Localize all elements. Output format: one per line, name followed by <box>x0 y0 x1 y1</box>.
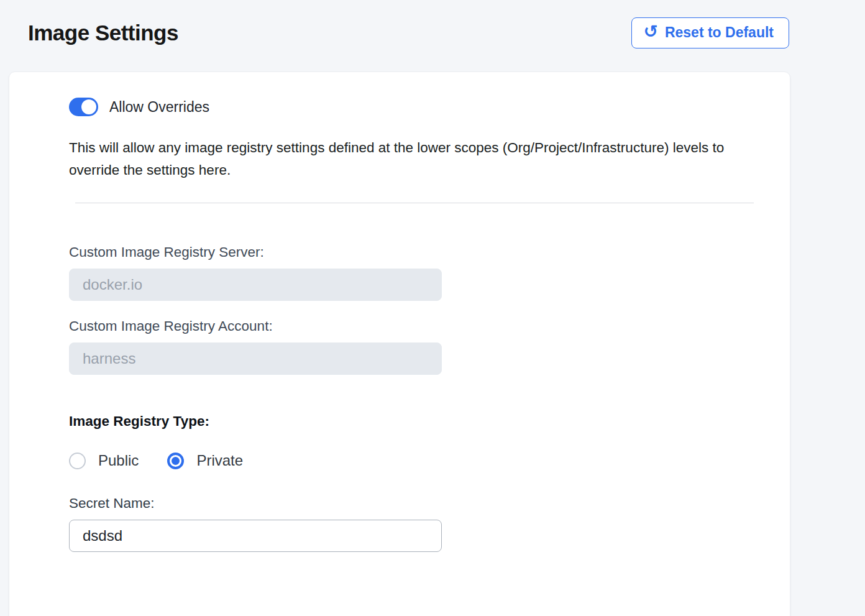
radio-private-label: Private <box>196 452 243 469</box>
registry-account-field: Custom Image Registry Account: <box>69 318 730 375</box>
toggle-knob <box>81 99 96 114</box>
registry-type-radio-group: Public Private <box>69 452 730 469</box>
allow-overrides-toggle[interactable] <box>69 98 98 116</box>
allow-overrides-label: Allow Overrides <box>109 99 209 116</box>
radio-option-private[interactable]: Private <box>167 452 243 469</box>
section-divider <box>75 203 754 203</box>
radio-public-label: Public <box>98 452 139 469</box>
reset-to-default-button[interactable]: ↺ Reset to Default <box>631 17 789 48</box>
allow-overrides-row: Allow Overrides <box>69 98 730 116</box>
radio-option-public[interactable]: Public <box>69 452 139 469</box>
registry-server-label: Custom Image Registry Server: <box>69 244 730 260</box>
secret-name-input[interactable] <box>69 520 442 552</box>
radio-public-circle[interactable] <box>69 453 86 469</box>
secret-name-label: Secret Name: <box>69 495 730 512</box>
secret-name-field: Secret Name: <box>69 495 730 552</box>
radio-private-circle[interactable] <box>167 453 184 469</box>
reset-icon: ↺ <box>643 23 657 40</box>
registry-account-input[interactable] <box>69 342 442 375</box>
registry-server-input[interactable] <box>69 269 442 301</box>
registry-account-label: Custom Image Registry Account: <box>69 318 730 334</box>
registry-server-field: Custom Image Registry Server: <box>69 244 730 301</box>
reset-button-label: Reset to Default <box>665 24 774 41</box>
image-settings-panel: Allow Overrides This will allow any imag… <box>9 71 790 616</box>
registry-type-label: Image Registry Type: <box>69 413 730 430</box>
override-description: This will allow any image registry setti… <box>69 137 730 181</box>
page-title: Image Settings <box>28 21 178 45</box>
page-header: Image Settings ↺ Reset to Default <box>0 0 865 48</box>
